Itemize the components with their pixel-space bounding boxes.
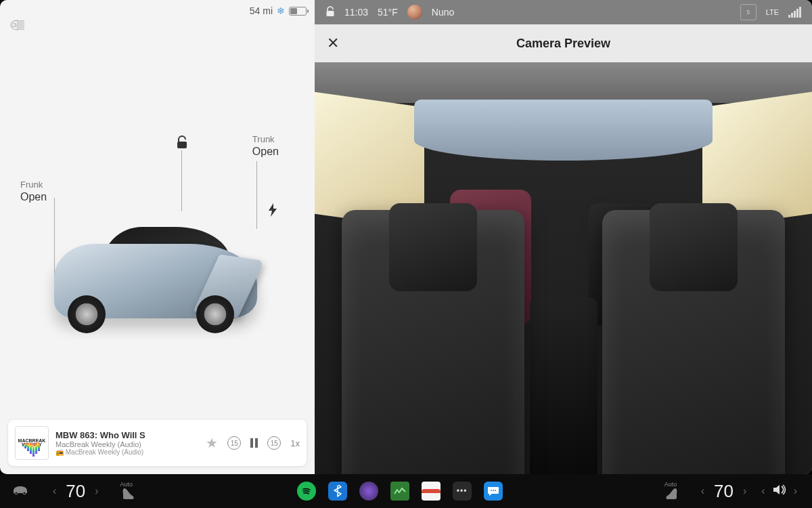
clock: 11:03 xyxy=(344,7,368,18)
camera-view xyxy=(315,62,812,474)
right-seat-heat-icon[interactable] xyxy=(664,486,679,501)
left-temp[interactable]: 70 xyxy=(66,481,85,502)
car-menu-icon[interactable] xyxy=(11,483,30,499)
trunk-label[interactable]: Trunk Open xyxy=(252,134,279,158)
lock-icon[interactable] xyxy=(176,135,188,152)
energy-icon[interactable] xyxy=(390,482,409,501)
car-visualization: Frunk Open Trunk Open xyxy=(20,122,291,352)
album-art: MACBREAK WEEKLY xyxy=(15,426,49,460)
left-pane: A 54 mi ❄ Frunk Open Trunk Open xyxy=(0,0,315,474)
bluetooth-icon[interactable] xyxy=(328,482,347,501)
dashcam-icon[interactable] xyxy=(359,482,378,501)
media-source: 📻 MacBreak Weekly (Audio) xyxy=(55,448,150,456)
snowflake-icon: ❄ xyxy=(277,5,285,16)
close-icon[interactable]: ✕ xyxy=(327,35,339,52)
driver-name[interactable]: Nuno xyxy=(432,7,454,18)
more-apps-icon[interactable]: ••• xyxy=(453,482,472,501)
media-title: MBW 863: Who Will S xyxy=(55,430,150,440)
network-label: LTE xyxy=(766,8,779,16)
left-temp-down[interactable]: ‹ xyxy=(50,485,59,497)
svg-point-5 xyxy=(23,492,26,494)
svg-point-4 xyxy=(15,492,18,494)
left-seat-mode: Auto xyxy=(120,481,133,488)
front-left-seat xyxy=(342,210,524,474)
spotify-icon[interactable] xyxy=(297,482,316,501)
volume-icon[interactable] xyxy=(772,484,787,499)
outside-temp: 51°F xyxy=(378,7,398,18)
svg-point-6 xyxy=(491,490,492,491)
car-lock-icon[interactable] xyxy=(325,6,335,19)
frunk-label[interactable]: Frunk Open xyxy=(20,179,47,203)
svg-text:A: A xyxy=(14,23,17,28)
right-status-bar: 11:03 51°F Nuno 5 LTE xyxy=(315,0,812,24)
svg-point-7 xyxy=(493,490,494,491)
signal-icon xyxy=(788,7,801,18)
front-right-seat xyxy=(602,210,785,474)
skip-back-button[interactable]: 15 xyxy=(227,436,241,450)
route-shield-icon: 5 xyxy=(740,4,757,20)
app-launcher: ••• xyxy=(297,482,503,501)
right-temp-up[interactable]: › xyxy=(740,485,749,497)
volume-down[interactable]: ‹ xyxy=(759,485,767,497)
headlight-icon[interactable]: A xyxy=(9,19,26,34)
range-text: 54 mi xyxy=(250,5,273,16)
calendar-icon[interactable] xyxy=(422,482,441,501)
left-seat-heat-icon[interactable] xyxy=(120,486,135,501)
skip-forward-button[interactable]: 15 xyxy=(267,436,281,450)
car-render xyxy=(54,203,271,339)
battery-icon xyxy=(289,7,307,16)
media-player-card[interactable]: MACBREAK WEEKLY MBW 863: Who Will S MacB… xyxy=(8,420,307,466)
camera-preview-header: ✕ Camera Preview xyxy=(315,24,812,62)
svg-point-8 xyxy=(495,490,496,491)
lock-line xyxy=(181,150,182,211)
left-temp-up[interactable]: › xyxy=(92,485,101,497)
svg-rect-2 xyxy=(177,142,187,148)
media-subtitle: MacBreak Weekly (Audio) xyxy=(55,440,150,448)
driver-avatar[interactable] xyxy=(407,5,422,20)
right-pane: 11:03 51°F Nuno 5 LTE ✕ Camera Preview xyxy=(315,0,812,474)
center-console xyxy=(530,298,597,474)
preview-title: Camera Preview xyxy=(516,37,610,51)
pause-button[interactable] xyxy=(250,438,258,448)
right-temp[interactable]: 70 xyxy=(714,481,734,502)
right-seat-mode: Auto xyxy=(664,481,677,488)
media-text: MBW 863: Who Will S MacBreak Weekly (Aud… xyxy=(55,430,150,456)
favorite-icon[interactable]: ★ xyxy=(206,435,218,451)
messages-icon[interactable] xyxy=(484,482,503,501)
playback-speed[interactable]: 1x xyxy=(290,438,300,448)
volume-up[interactable]: › xyxy=(791,485,800,497)
right-temp-down[interactable]: ‹ xyxy=(698,485,707,497)
left-status-bar: 54 mi ❄ xyxy=(250,5,307,16)
svg-rect-3 xyxy=(327,11,334,16)
bottom-bar: ‹ 70 › Auto ••• Auto ‹ 70 › ‹ › xyxy=(0,474,812,508)
